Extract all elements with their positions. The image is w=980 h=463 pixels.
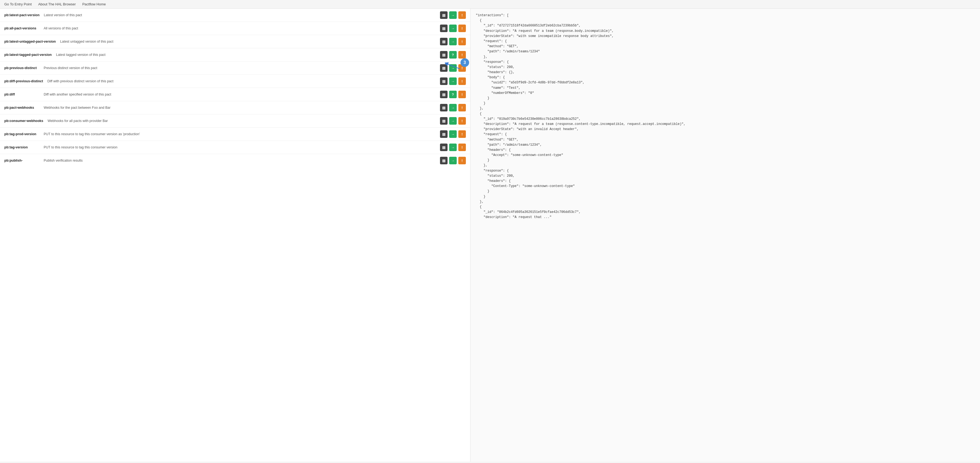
button-group: ▤→! [440, 157, 466, 164]
link-row: pb:previous-distinctPrevious distinct ve… [0, 62, 470, 75]
main-layout: pb:latest-pact-versionLatest version of … [0, 9, 980, 461]
question-button[interactable]: ? [449, 91, 457, 98]
link-name: pb:consumer-webhooks [4, 119, 43, 123]
warning-container: ! [458, 77, 466, 85]
follow-button[interactable]: → [449, 24, 457, 32]
link-row: pb:latest-tagged-pact-versionLatest tagg… [0, 48, 470, 62]
link-name: pb:diff [4, 93, 39, 96]
link-name: pb:tag-prod-version [4, 132, 39, 136]
left-panel: pb:latest-pact-versionLatest version of … [0, 9, 471, 461]
follow-button[interactable]: → [449, 130, 457, 138]
link-name: pb:latest-pact-version [4, 13, 40, 17]
warning-button[interactable]: ! [458, 91, 466, 98]
doc-button[interactable]: ▤ [440, 64, 447, 72]
link-row: pb:tag-versionPUT to this resource to ta… [0, 141, 470, 154]
go-to-entry-point-link[interactable]: Go To Entry Point [4, 2, 32, 6]
doc-button[interactable]: ▤ [440, 24, 447, 32]
follow-button[interactable]: → [449, 117, 457, 125]
button-group: ▤→! [440, 130, 466, 138]
button-group: ▤→! [440, 38, 466, 45]
link-row: pb:pact-webhooksWebhooks for the pact be… [0, 101, 470, 114]
warning-container: ! [458, 38, 466, 45]
warning-container: ! [458, 130, 466, 138]
warning-button[interactable]: ! [458, 144, 466, 151]
link-description: Publish verification results [44, 159, 437, 163]
question-button[interactable]: ? [449, 51, 457, 59]
warning-button[interactable]: ! [458, 51, 466, 59]
button-group: ▤→! [440, 117, 466, 125]
follow-button[interactable]: → [449, 64, 457, 72]
warning-button[interactable]: ! [458, 11, 466, 19]
button-group: ▤→! [440, 11, 466, 19]
link-name: pb:tag-version [4, 145, 39, 149]
link-description: Latest tagged version of this pact [56, 53, 437, 57]
doc-button[interactable]: ▤ [440, 91, 447, 98]
link-row: pb:latest-untagged-pact-versionLatest un… [0, 35, 470, 48]
follow-button[interactable]: → [449, 144, 457, 151]
nav-bar: Go To Entry Point About The HAL Browser … [0, 0, 980, 9]
link-description: Webhooks for the pact between Foo and Ba… [44, 106, 437, 110]
warning-container: ! [458, 91, 466, 98]
doc-button[interactable]: ▤ [440, 11, 447, 19]
warning-container: ! [458, 117, 466, 125]
link-description: Diff with previous distinct version of t… [48, 79, 437, 83]
button-group: ▤?! [440, 91, 466, 98]
link-name: pb:latest-untagged-pact-version [4, 40, 56, 43]
link-description: Webhooks for all pacts with provider Bar [48, 119, 436, 123]
warning-container: ! [458, 157, 466, 164]
warning-button[interactable]: ! [458, 130, 466, 138]
warning-container: ! [458, 144, 466, 151]
link-row: pb:publish-Publish verification results▤… [0, 154, 470, 167]
annotation-badge-3: 3 [460, 58, 469, 67]
button-group: ▤→! [440, 104, 466, 112]
about-hal-browser-link[interactable]: About The HAL Browser [38, 2, 76, 6]
link-name: pb:previous-distinct [4, 66, 39, 70]
doc-button[interactable]: ▤ [440, 38, 447, 45]
link-row: pb:diffDiff with another specified versi… [0, 88, 470, 101]
follow-button[interactable]: → [449, 77, 457, 85]
doc-button[interactable]: ▤ [440, 104, 447, 112]
json-panel: "interactions": [ { "_id": "d727271518f4… [471, 9, 980, 461]
warning-container: ! [458, 24, 466, 32]
link-name: pb:latest-tagged-pact-version [4, 53, 52, 57]
doc-button[interactable]: ▤ [440, 130, 447, 138]
link-name: pb:pact-webhooks [4, 106, 39, 110]
link-row: pb:tag-prod-versionPUT to this resource … [0, 128, 470, 141]
link-description: Diff with another specified version of t… [44, 93, 437, 96]
warning-container: 3! [458, 64, 466, 72]
link-name: pb:all-pact-versions [4, 26, 39, 30]
warning-button[interactable]: ! [458, 104, 466, 112]
warning-container: ! [458, 11, 466, 19]
follow-button[interactable]: → [449, 104, 457, 112]
link-description: Latest untagged version of this pact [60, 40, 437, 43]
doc-button[interactable]: ▤ [440, 117, 447, 125]
warning-container: ! [458, 104, 466, 112]
warning-button[interactable]: ! [458, 38, 466, 45]
link-description: PUT to this resource to tag this consume… [44, 145, 437, 149]
warning-button[interactable]: ! [458, 157, 466, 164]
button-group: ▤→! [440, 24, 466, 32]
doc-button[interactable]: ▤ [440, 144, 447, 151]
warning-button[interactable]: ! [458, 24, 466, 32]
warning-button[interactable]: ! [458, 77, 466, 85]
button-group: ▤→! [440, 144, 466, 151]
follow-button[interactable]: → [449, 11, 457, 19]
doc-button[interactable]: ▤ [440, 157, 447, 164]
link-description: All versions of this pact [44, 26, 437, 30]
warning-container: ! [458, 51, 466, 59]
link-name: pb:diff-previous-distinct [4, 79, 43, 83]
link-description: PUT to this resource to tag this consume… [44, 132, 437, 136]
link-description: Previous distinct version of this pact [44, 66, 437, 70]
doc-button[interactable]: ▤ [440, 51, 447, 59]
link-row: pb:diff-previous-distinctDiff with previ… [0, 75, 470, 88]
link-description: Latest version of this pact [44, 13, 437, 17]
follow-button[interactable]: → [449, 38, 457, 45]
warning-button[interactable]: ! [458, 117, 466, 125]
doc-button[interactable]: ▤ [440, 77, 447, 85]
pactflow-home-link[interactable]: Pactflow Home [82, 2, 106, 6]
button-group: ▤→3! [440, 64, 466, 72]
link-name: pb:publish- [4, 159, 39, 163]
link-row: pb:consumer-webhooksWebhooks for all pac… [0, 114, 470, 128]
follow-button[interactable]: → [449, 157, 457, 164]
link-row: pb:all-pact-versionsAll versions of this… [0, 22, 470, 35]
